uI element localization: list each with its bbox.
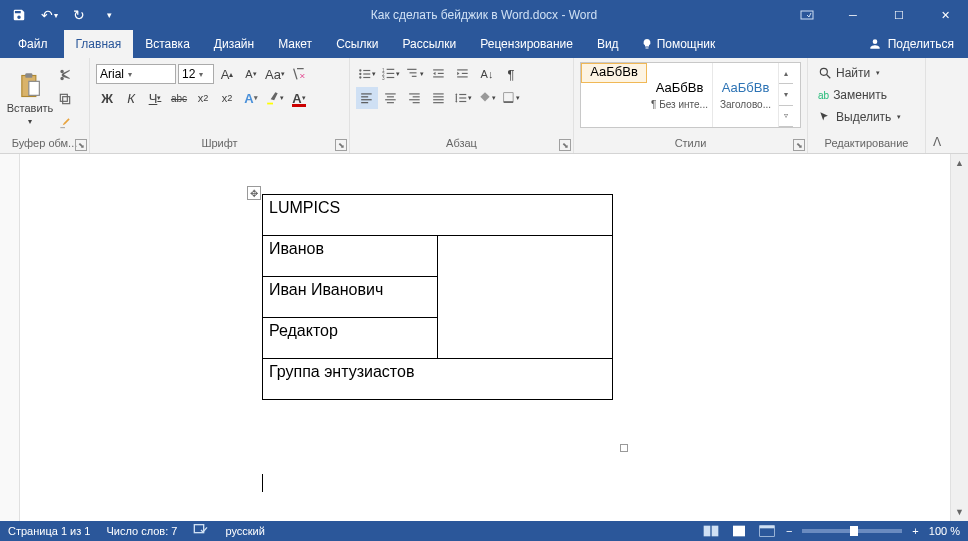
table-cell[interactable]: Иван Иванович [263, 277, 438, 318]
word-count[interactable]: Число слов: 7 [106, 525, 177, 537]
minimize-button[interactable]: ─ [830, 0, 876, 30]
shrink-font-button[interactable]: A▾ [240, 63, 262, 85]
show-marks-button[interactable]: ¶ [500, 63, 522, 85]
style-normal[interactable]: АаБбВв ¶ Обычный [581, 63, 647, 83]
collapse-ribbon-button[interactable]: ᐱ [926, 58, 948, 153]
redo-button[interactable]: ↻ [66, 2, 92, 28]
italic-button[interactable]: К [120, 87, 142, 109]
font-name-select[interactable]: Arial▾ [96, 64, 176, 84]
sort-button[interactable]: A↓ [476, 63, 498, 85]
text-effects-button[interactable]: A▾ [240, 87, 262, 109]
tab-mailings[interactable]: Рассылки [390, 30, 468, 58]
close-button[interactable]: ✕ [922, 0, 968, 30]
font-size-select[interactable]: 12▾ [178, 64, 214, 84]
tab-layout[interactable]: Макет [266, 30, 324, 58]
numbering-button[interactable]: 123▾ [380, 63, 402, 85]
save-button[interactable] [6, 2, 32, 28]
align-center-button[interactable] [380, 87, 402, 109]
replace-button[interactable]: abЗаменить [814, 84, 919, 106]
bold-button[interactable]: Ж [96, 87, 118, 109]
tab-file[interactable]: Файл [2, 30, 64, 58]
svg-rect-35 [387, 102, 394, 103]
read-mode-button[interactable] [702, 524, 720, 538]
shading-button[interactable]: ▾ [476, 87, 498, 109]
undo-button[interactable]: ↶▾ [36, 2, 62, 28]
clipboard-dialog-launcher[interactable]: ⬊ [75, 139, 87, 151]
maximize-button[interactable]: ☐ [876, 0, 922, 30]
badge-table[interactable]: LUMPICS Иванов Иван Иванович Редактор Гр… [262, 194, 613, 400]
cut-button[interactable] [54, 64, 76, 86]
tab-review[interactable]: Рецензирование [468, 30, 585, 58]
paste-button[interactable]: Вставить▾ [6, 62, 54, 134]
tab-home[interactable]: Главная [64, 30, 134, 58]
styles-gallery[interactable]: АаБбВв ¶ Обычный АаБбВв ¶ Без инте... Аа… [580, 62, 801, 128]
superscript-button[interactable]: x2 [216, 87, 238, 109]
vertical-scrollbar[interactable]: ▲ ▼ [950, 154, 968, 521]
table-resize-handle[interactable] [620, 444, 628, 452]
language-indicator[interactable]: русский [225, 525, 264, 537]
grow-font-button[interactable]: A▴ [216, 63, 238, 85]
style-name: Заголово... [715, 99, 776, 110]
line-spacing-button[interactable]: ▾ [452, 87, 474, 109]
print-layout-button[interactable] [730, 524, 748, 538]
multilevel-button[interactable]: ▾ [404, 63, 426, 85]
scroll-track[interactable] [951, 172, 968, 503]
increase-indent-button[interactable] [452, 63, 474, 85]
svg-text:3: 3 [382, 76, 385, 81]
align-right-button[interactable] [404, 87, 426, 109]
font-dialog-launcher[interactable]: ⬊ [335, 139, 347, 151]
change-case-button[interactable]: Aa▾ [264, 63, 286, 85]
svg-rect-46 [459, 97, 466, 98]
svg-rect-25 [457, 69, 468, 70]
zoom-level[interactable]: 100 % [929, 525, 960, 537]
format-painter-button[interactable] [54, 112, 76, 134]
style-no-spacing[interactable]: АаБбВв ¶ Без инте... [647, 63, 713, 127]
ribbon-options-button[interactable] [784, 0, 830, 30]
web-layout-button[interactable] [758, 524, 776, 538]
table-cell[interactable]: Редактор [263, 318, 438, 359]
share-button[interactable]: Поделиться [854, 30, 968, 58]
para-dialog-launcher[interactable]: ⬊ [559, 139, 571, 151]
bullets-button[interactable]: ▾ [356, 63, 378, 85]
borders-button[interactable]: ▾ [500, 87, 522, 109]
justify-button[interactable] [428, 87, 450, 109]
strike-button[interactable]: abc [168, 87, 190, 109]
align-left-button[interactable] [356, 87, 378, 109]
table-cell[interactable]: Группа энтузиастов [263, 359, 613, 400]
svg-rect-36 [409, 93, 420, 94]
tab-design[interactable]: Дизайн [202, 30, 266, 58]
qat-customize[interactable]: ▾ [96, 2, 122, 28]
highlight-button[interactable]: ▾ [264, 87, 286, 109]
underline-label: Ч [149, 91, 158, 106]
table-cell[interactable]: LUMPICS [263, 195, 613, 236]
document-canvas[interactable]: ✥ LUMPICS Иванов Иван Иванович Редактор … [20, 154, 950, 521]
copy-button[interactable] [54, 88, 76, 110]
page-indicator[interactable]: Страница 1 из 1 [8, 525, 90, 537]
spellcheck-button[interactable] [193, 523, 209, 539]
underline-button[interactable]: Ч▾ [144, 87, 166, 109]
tab-insert[interactable]: Вставка [133, 30, 202, 58]
style-heading[interactable]: АаБбВв Заголово... [713, 63, 779, 127]
svg-rect-27 [457, 76, 468, 77]
decrease-indent-button[interactable] [428, 63, 450, 85]
subscript-button[interactable]: x2 [192, 87, 214, 109]
zoom-thumb[interactable] [850, 526, 858, 536]
zoom-in-button[interactable]: + [912, 525, 918, 537]
font-color-button[interactable]: A▾ [288, 87, 310, 109]
scroll-down-button[interactable]: ▼ [951, 503, 968, 521]
styles-dialog-launcher[interactable]: ⬊ [793, 139, 805, 151]
find-button[interactable]: Найти▾ [814, 62, 919, 84]
scroll-up-button[interactable]: ▲ [951, 154, 968, 172]
table-cell[interactable] [438, 236, 613, 359]
select-button[interactable]: Выделить▾ [814, 106, 919, 128]
vertical-ruler[interactable] [0, 154, 20, 521]
tab-view[interactable]: Вид [585, 30, 631, 58]
clear-format-button[interactable] [288, 63, 310, 85]
gallery-scroll[interactable]: ▴▾▿ [779, 63, 793, 127]
table-cell[interactable]: Иванов [263, 236, 438, 277]
zoom-slider[interactable] [802, 529, 902, 533]
zoom-out-button[interactable]: − [786, 525, 792, 537]
tab-references[interactable]: Ссылки [324, 30, 390, 58]
table-move-handle[interactable]: ✥ [247, 186, 261, 200]
tell-me[interactable]: Помощник [631, 30, 726, 58]
